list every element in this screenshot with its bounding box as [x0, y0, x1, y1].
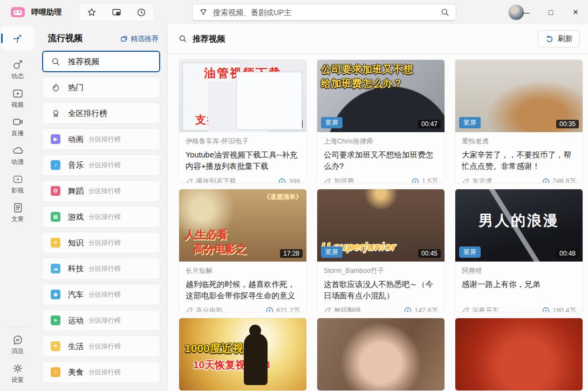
video-thumbnail[interactable]: 公司要求加班又不想给加班费怎么办？竖屏00:47 — [317, 60, 445, 132]
thumbnail-overlay-text: 公司要求加班又不想 — [321, 63, 413, 77]
rail-item-settings[interactable]: 设置 — [2, 362, 33, 384]
video-tag[interactable]: 舞蹈翻跳 — [324, 306, 361, 313]
video-meta: 高分电影621.2万 — [186, 306, 300, 313]
view-count: 399 — [278, 178, 300, 183]
thumbnail-overlay-text: 10天恢复视力5.3 — [193, 358, 270, 372]
duration-badge: 00:45 — [418, 249, 441, 258]
uploader-name: 伊格鲁车库-怀旧电子 — [186, 137, 300, 146]
duration-badge: 00:35 — [556, 120, 579, 128]
video-tag[interactable]: 加班费 — [324, 177, 354, 183]
play-count-icon — [542, 307, 550, 312]
history-button[interactable] — [133, 4, 149, 20]
category-item[interactable]: ➤运动分区排行榜 — [42, 310, 160, 331]
category-item[interactable]: ▦游戏分区排行榜 — [42, 206, 160, 228]
rail-item-label: 消息 — [11, 347, 24, 355]
tag-label: 东北虎 — [472, 177, 493, 183]
video-title[interactable]: 大家辛苦了，，不要投币了，帮忙点点赞。非常感谢！ — [462, 149, 576, 172]
category-icon: ◆ — [50, 290, 61, 299]
video-thumbnail[interactable]: 1000度近视10天恢复视力5.3 — [179, 318, 306, 390]
maximize-button[interactable]: □ — [538, 0, 563, 24]
rail-item-rocket[interactable] — [1, 26, 35, 50]
refresh-button[interactable]: 刷新 — [538, 30, 580, 47]
thumbnail-overlay-text: 补充内容 — [248, 83, 296, 98]
category-sub-label: 分区排行榜 — [88, 161, 121, 170]
video-icon — [12, 87, 24, 99]
category-item[interactable]: ♨美食分区排行榜 — [42, 361, 160, 383]
video-title[interactable]: 越到临死的时候，越喜欢作死，这部电影会带你探寻生命的意义 — [186, 279, 300, 301]
category-item[interactable]: 全区排行榜 — [42, 102, 160, 124]
thumbnail-overlay-text: 《遗愿清单》 — [263, 193, 302, 202]
rail-item-message[interactable]: 消息 — [2, 334, 33, 355]
search-icon[interactable] — [441, 8, 449, 17]
category-item[interactable]: ✿舞蹈分区排行榜 — [42, 180, 160, 202]
star-icon — [87, 8, 97, 17]
video-card[interactable]: 男人的浪漫竖屏00:48阿雍呀感谢一路上有你，兄弟深夜开车180.4万 — [455, 189, 583, 313]
main-header: 推荐视频 刷新 — [168, 24, 588, 54]
video-title[interactable]: Youtube油管视频下载工具--补充内容+播放列表批量下载 — [186, 149, 300, 172]
video-thumbnail[interactable]: 竖屏00:35 — [455, 60, 583, 132]
rail-item-article[interactable]: 文章 — [2, 202, 33, 223]
panel-title: 流行视频 — [48, 33, 83, 44]
close-button[interactable]: × — [563, 0, 588, 24]
category-list: 推荐视频热门全区排行榜▶动画分区排行榜♪音乐分区排行榜✿舞蹈分区排行榜▦游戏分区… — [35, 50, 167, 384]
category-item[interactable]: ☁科技分区排行榜 — [42, 258, 160, 279]
category-item[interactable]: ♪音乐分区排行榜 — [42, 154, 160, 176]
rail-item-movie[interactable]: 影视 — [2, 173, 33, 195]
video-title[interactable]: 公司要求加班又不想给加班费怎么办? — [324, 149, 438, 172]
rail-item-video[interactable]: 视频 — [2, 87, 33, 109]
search-icon — [179, 35, 187, 43]
category-item[interactable]: 推荐视频 — [42, 51, 160, 72]
video-grid: 油管视频下载补充内容支持播放列表下载20:09伊格鲁车库-怀旧电子Youtube… — [168, 54, 588, 391]
minimize-button[interactable]: — — [514, 0, 538, 24]
anime-icon — [12, 145, 24, 156]
video-card[interactable]: 竖屏00:35爱拍老虎大家辛苦了，，不要投币了，帮忙点点赞。非常感谢！东北虎24… — [455, 59, 583, 183]
featured-recommend-link[interactable]: 精选推荐 — [120, 34, 159, 44]
video-tag[interactable]: 东北虎 — [462, 177, 493, 183]
category-icon: ☀ — [50, 238, 61, 248]
video-thumbnail[interactable]: 男人的浪漫竖屏00:48 — [455, 189, 583, 262]
vertical-badge: 竖屏 — [459, 246, 481, 258]
category-item[interactable]: ✦生活分区排行榜 — [42, 335, 160, 357]
video-title[interactable]: 感谢一路上有你，兄弟 — [462, 279, 576, 301]
video-card[interactable] — [317, 318, 445, 391]
video-tag[interactable]: 高分电影 — [186, 306, 223, 313]
rail-item-label: 直播 — [11, 129, 24, 138]
video-title[interactable]: 这首歌应该没人不熟悉吧～（今日场面有点小混乱） — [324, 279, 438, 301]
category-item[interactable]: ▶动画分区排行榜 — [42, 128, 160, 150]
video-thumbnail[interactable] — [455, 318, 583, 390]
rail-item-label: 动态 — [11, 72, 24, 80]
video-card[interactable]: 1000度近视10天恢复视力5.3 — [179, 318, 307, 391]
rail-item-anime[interactable]: 动漫 — [2, 145, 33, 166]
vertical-badge: 竖屏 — [321, 246, 343, 258]
video-tag[interactable]: 播放列表下载 — [186, 177, 236, 183]
video-thumbnail[interactable]: 油管视频下载补充内容支持播放列表下载20:09 — [179, 60, 306, 132]
search-bar[interactable] — [192, 4, 456, 21]
video-thumbnail[interactable]: U-superjunior竖屏00:45 — [317, 189, 445, 262]
search-input[interactable] — [213, 8, 441, 17]
category-item[interactable]: ☀知识分区排行榜 — [42, 232, 160, 253]
video-card[interactable]: 油管视频下载补充内容支持播放列表下载20:09伊格鲁车库-怀旧电子Youtube… — [179, 59, 307, 183]
video-thumbnail[interactable] — [317, 318, 445, 390]
video-card[interactable] — [455, 318, 583, 391]
video-card[interactable]: 《遗愿清单》人生必看高分电影之17:28长片短解越到临死的时候，越喜欢作死，这部… — [179, 189, 307, 313]
video-meta: 舞蹈翻跳147.8万 — [324, 306, 438, 313]
rail-item-live[interactable]: 直播 — [2, 116, 33, 138]
category-item[interactable]: ◆汽车分区排行榜 — [42, 284, 160, 305]
video-info: 伊格鲁车库-怀旧电子Youtube油管视频下载工具--补充内容+播放列表批量下载… — [179, 132, 306, 183]
video-thumbnail[interactable]: 《遗愿清单》人生必看高分电影之17:28 — [179, 189, 306, 262]
rocket-icon — [11, 32, 24, 44]
duration-badge: 20:09 — [280, 120, 303, 128]
favorites-star-button[interactable] — [84, 4, 100, 20]
video-card[interactable]: 公司要求加班又不想给加班费怎么办？竖屏00:47上海Chris徐律师公司要求加班… — [317, 59, 445, 183]
tag-icon — [186, 178, 193, 183]
video-tag[interactable]: 深夜开车 — [462, 306, 499, 313]
watch-later-button[interactable] — [108, 4, 125, 20]
view-count: 621.2万 — [266, 306, 300, 313]
rail-item-feed[interactable]: 动态 — [2, 59, 33, 80]
video-card[interactable]: U-superjunior竖屏00:45Storm_Bamboo竹子这首歌应该没… — [317, 189, 445, 313]
category-sub-label: 分区排行榜 — [88, 264, 121, 273]
quick-actions-group — [79, 3, 154, 22]
video-info: 爱拍老虎大家辛苦了，，不要投币了，帮忙点点赞。非常感谢！东北虎246.8万 — [455, 132, 583, 183]
uploader-name: 爱拍老虎 — [462, 137, 576, 146]
category-item[interactable]: 热门 — [42, 77, 160, 98]
